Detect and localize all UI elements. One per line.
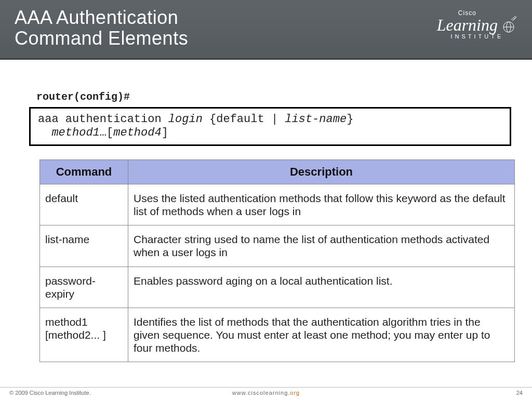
table-row: default Uses the listed authentication m… — [40, 184, 515, 225]
cmd-close: } — [347, 113, 353, 126]
table-header-row: Command Description — [40, 159, 515, 184]
cell-description: Character string used to name the list o… — [128, 225, 515, 267]
logo-main: Learning — [437, 17, 498, 33]
cmd-italic-listname: list-name — [285, 113, 347, 126]
cmd-mid: {default | — [203, 113, 285, 126]
title-line2: Command Elements — [15, 28, 188, 49]
cell-description: Identifies the list of methods that the … — [128, 308, 515, 362]
cell-command: password-expiry — [40, 267, 128, 308]
title-band: AAA Authentication Command Elements Cisc… — [0, 0, 532, 60]
table-row: password-expiry Enables password aging o… — [40, 267, 515, 308]
table-row: method1 [method2... ] Identifies the lis… — [40, 308, 515, 362]
cell-description: Uses the listed authentication methods t… — [128, 184, 515, 225]
table-row: list-name Character string used to name … — [40, 225, 515, 267]
cmd-method4: method4 — [113, 126, 161, 139]
cell-description: Enables password aging on a local authen… — [128, 267, 515, 308]
cmd-close2: ] — [162, 126, 168, 139]
cli-prompt: router(config)# — [36, 91, 517, 103]
globe-leaf-icon — [500, 16, 517, 33]
cell-command: default — [40, 184, 128, 225]
cisco-learning-logo: Cisco Learning INSTITUTE — [437, 9, 517, 39]
cell-command: list-name — [40, 225, 128, 267]
cell-command: method1 [method2... ] — [40, 308, 128, 362]
header-description: Description — [128, 159, 515, 184]
slide-body: router(config)# aaa authentication login… — [0, 60, 532, 362]
header-command: Command — [40, 159, 128, 184]
cmd-indent — [38, 126, 51, 139]
footer: © 2009 Cisco Learning Institute. www.cis… — [0, 387, 532, 396]
cmd-method1: method1 — [51, 126, 99, 139]
title-line1: AAA Authentication — [15, 7, 178, 28]
cmd-prefix: aaa authentication — [38, 113, 168, 126]
slide-title: AAA Authentication Command Elements — [15, 7, 188, 48]
footer-url: www.ciscolearning.org — [0, 390, 532, 396]
cmd-ellipsis: …[ — [100, 126, 113, 139]
cmd-italic-login: login — [168, 113, 203, 126]
description-table: Command Description default Uses the lis… — [39, 159, 515, 363]
command-syntax-box: aaa authentication login {default | list… — [29, 107, 511, 146]
